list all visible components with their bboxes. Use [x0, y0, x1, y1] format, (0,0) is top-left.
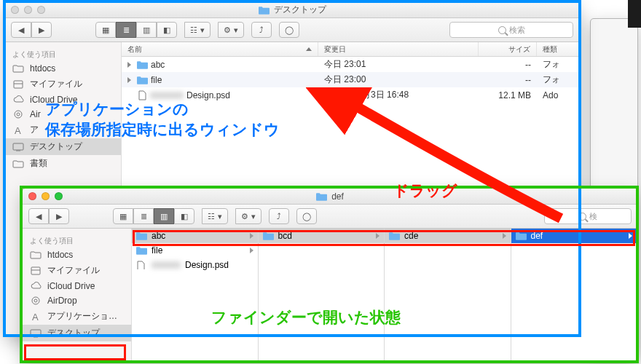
sidebar-item[interactable]: iCloud Drive — [5, 92, 121, 107]
view-columns-button[interactable]: ▥ — [154, 208, 174, 224]
col-name[interactable]: 名前 — [122, 42, 318, 56]
sidebar-item[interactable]: Air — [5, 107, 121, 122]
column-item[interactable]: def — [511, 229, 637, 243]
folder-icon — [516, 232, 527, 240]
doc-icon — [136, 261, 147, 269]
action-button[interactable]: ⚙ ▾ — [235, 208, 261, 224]
arrange-button[interactable]: ☷ ▾ — [202, 208, 228, 224]
redacted-text — [152, 261, 181, 269]
share-button[interactable]: ⤴ — [269, 208, 289, 224]
view-coverflow-button[interactable]: ◧ — [174, 208, 194, 224]
folder-icon — [30, 250, 42, 260]
file-size: -- — [479, 75, 537, 85]
sidebar-item-label: マイファイル — [30, 78, 82, 90]
sidebar-item[interactable]: マイファイル — [5, 76, 121, 92]
search-field[interactable]: 検 — [544, 208, 632, 224]
chevron-right-icon — [629, 233, 632, 239]
forward-button[interactable]: ▶ — [49, 208, 69, 224]
column-item[interactable]: file — [132, 243, 258, 258]
svg-point-9 — [34, 299, 37, 302]
close-traffic-light[interactable] — [11, 6, 19, 14]
file-name: abc — [151, 60, 165, 70]
sidebar-item[interactable]: AirDrop — [23, 293, 131, 308]
view-columns-button[interactable]: ▥ — [136, 22, 157, 38]
view-list-button[interactable]: ≣ — [116, 22, 136, 38]
column-item-label: cde — [404, 231, 418, 241]
search-field[interactable]: 検索 — [449, 22, 573, 38]
sidebar-item-label: デスクトップ — [30, 141, 82, 153]
column-item[interactable]: abc — [132, 229, 258, 243]
sidebar-item[interactable]: htdocs — [5, 61, 121, 76]
sidebar-item[interactable]: Aア — [5, 122, 121, 138]
file-date: 今日 23:01 — [318, 58, 479, 71]
folder-icon — [136, 246, 147, 255]
view-icons-button[interactable]: ▦ — [113, 208, 133, 224]
sidebar-item-label: iCloud Drive — [47, 281, 95, 291]
minimize-traffic-light[interactable] — [42, 192, 50, 200]
svg-point-2 — [17, 113, 20, 116]
close-traffic-light[interactable] — [28, 192, 36, 200]
action-button[interactable]: ⚙ ▾ — [218, 22, 244, 38]
airdrop-icon — [30, 296, 42, 306]
sidebar-item[interactable]: Aアプリケーショ… — [23, 308, 131, 325]
table-row[interactable]: Design.psd2015年11月3日 16:4812.1 MBAdo — [122, 87, 579, 103]
col-size[interactable]: サイズ — [479, 42, 537, 56]
back-button[interactable]: ◀ — [28, 208, 49, 224]
titlebar[interactable]: def — [23, 189, 637, 205]
forward-button[interactable]: ▶ — [31, 22, 52, 38]
column-item[interactable]: cde — [385, 229, 511, 243]
desktop-icon — [30, 328, 42, 339]
browser-column: def — [511, 229, 638, 362]
toolbar: ◀ ▶ ▦ ≣ ▥ ◧ ☷ ▾ ⚙ ▾ ⤴ ◯ 検 — [23, 205, 637, 229]
zoom-traffic-light[interactable] — [55, 192, 63, 200]
file-kind: フォ — [537, 58, 579, 71]
svg-rect-0 — [14, 81, 23, 88]
tags-button[interactable]: ◯ — [296, 208, 317, 224]
folder-icon — [137, 76, 148, 84]
chevron-right-icon — [250, 233, 253, 239]
table-row[interactable]: file今日 23:00--フォ — [122, 72, 579, 87]
view-coverflow-button[interactable]: ◧ — [157, 22, 177, 38]
sidebar-item[interactable]: デスクトップ — [5, 138, 121, 155]
col-date[interactable]: 変更日 — [318, 42, 479, 56]
disclosure-triangle-icon[interactable] — [127, 77, 131, 83]
disclosure-triangle-icon[interactable] — [127, 62, 131, 68]
folder-icon — [263, 232, 274, 240]
apps-icon: A — [12, 125, 24, 135]
titlebar[interactable]: デスクトップ — [5, 2, 579, 18]
doc-icon — [137, 90, 147, 100]
window-title: デスクトップ — [274, 4, 326, 16]
column-item[interactable]: Design.psd — [132, 258, 258, 272]
back-button[interactable]: ◀ — [11, 22, 31, 38]
file-date: 今日 23:00 — [318, 74, 479, 86]
sidebar-item[interactable]: マイファイル — [23, 262, 131, 279]
col-kind[interactable]: 種類 — [537, 42, 579, 56]
svg-rect-12 — [31, 330, 41, 336]
chevron-right-icon — [376, 233, 380, 239]
file-kind: フォ — [537, 74, 579, 86]
tags-button[interactable]: ◯ — [279, 22, 299, 38]
sort-caret-icon — [306, 47, 312, 51]
sidebar-item[interactable]: htdocs — [23, 248, 131, 262]
table-row[interactable]: abc今日 23:01--フォ — [122, 57, 579, 72]
file-name: Design.psd — [186, 90, 230, 100]
sidebar-item[interactable]: 書類 — [5, 155, 121, 172]
minimize-traffic-light[interactable] — [24, 6, 32, 14]
apps-icon: A — [30, 312, 42, 322]
share-button[interactable]: ⤴ — [251, 22, 272, 38]
column-item[interactable]: bcd — [259, 229, 385, 243]
view-icons-button[interactable]: ▦ — [95, 22, 116, 38]
sidebar-item[interactable]: デスクトップ — [23, 325, 131, 341]
sidebar: よく使う項目 htdocsマイファイルiCloud DriveAirDropAア… — [23, 229, 132, 362]
sidebar-item-label: アプリケーショ… — [47, 310, 117, 323]
zoom-traffic-light[interactable] — [37, 6, 45, 14]
dark-edge — [628, 0, 641, 28]
arrange-button[interactable]: ☷ ▾ — [184, 22, 211, 38]
browser-column: bcd — [259, 229, 385, 362]
view-list-button[interactable]: ≣ — [133, 208, 154, 224]
sidebar-item[interactable]: iCloud Drive — [23, 279, 131, 293]
file-size: -- — [479, 60, 537, 70]
sidebar-item-label: 書類 — [30, 157, 47, 170]
svg-point-3 — [15, 111, 22, 118]
folder-icon — [136, 232, 147, 240]
